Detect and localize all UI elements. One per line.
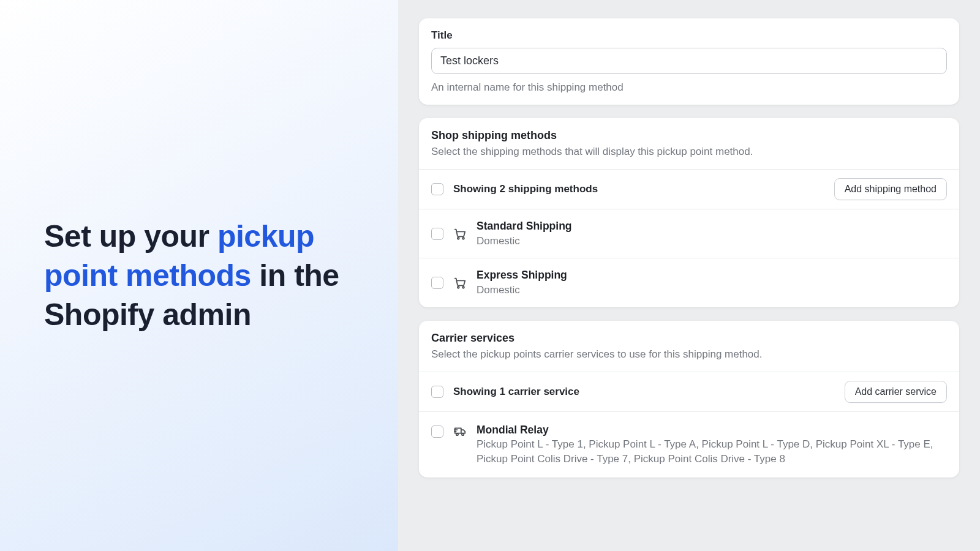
shipping-row-checkbox[interactable] bbox=[431, 277, 443, 289]
admin-panel: Title An internal name for this shipping… bbox=[398, 0, 980, 551]
svg-point-3 bbox=[462, 287, 464, 288]
shipping-summary: Showing 2 shipping methods bbox=[453, 183, 598, 195]
shipping-row: Standard Shipping Domestic bbox=[419, 209, 959, 258]
shipping-methods-card: Shop shipping methods Select the shippin… bbox=[419, 118, 959, 307]
title-input[interactable] bbox=[431, 48, 947, 74]
carrier-row-title: Mondial Relay bbox=[477, 423, 947, 438]
cart-icon bbox=[453, 227, 467, 241]
shipping-row-sub: Domestic bbox=[477, 283, 947, 298]
svg-point-0 bbox=[458, 238, 459, 239]
svg-point-2 bbox=[458, 287, 459, 288]
cart-icon bbox=[453, 276, 467, 290]
shipping-row-title: Express Shipping bbox=[477, 268, 947, 283]
title-card: Title An internal name for this shipping… bbox=[419, 18, 959, 105]
truck-icon bbox=[453, 424, 467, 438]
shipping-row-checkbox[interactable] bbox=[431, 228, 443, 240]
shipping-row-title: Standard Shipping bbox=[477, 219, 947, 234]
svg-point-5 bbox=[462, 433, 464, 435]
carrier-row: Mondial Relay Pickup Point L - Type 1, P… bbox=[419, 411, 959, 478]
headline-prefix: Set up your bbox=[44, 219, 217, 253]
carrier-summary: Showing 1 carrier service bbox=[453, 386, 579, 398]
carrier-select-all-checkbox[interactable] bbox=[431, 386, 443, 398]
marketing-panel: Set up your pickup point methods in the … bbox=[0, 0, 398, 551]
shipping-heading: Shop shipping methods bbox=[431, 129, 947, 142]
svg-point-1 bbox=[462, 238, 464, 239]
shipping-subheading: Select the shipping methods that will di… bbox=[431, 146, 947, 158]
title-help: An internal name for this shipping metho… bbox=[431, 81, 947, 94]
shipping-row: Express Shipping Domestic bbox=[419, 258, 959, 307]
headline: Set up your pickup point methods in the … bbox=[44, 217, 374, 334]
title-label: Title bbox=[431, 29, 947, 42]
carrier-subheading: Select the pickup points carrier service… bbox=[431, 348, 947, 361]
shipping-row-sub: Domestic bbox=[477, 234, 947, 249]
add-carrier-service-button[interactable]: Add carrier service bbox=[845, 381, 947, 403]
add-shipping-method-button[interactable]: Add shipping method bbox=[834, 178, 947, 200]
carrier-row-detail: Pickup Point L - Type 1, Pickup Point L … bbox=[477, 437, 947, 467]
carrier-row-checkbox[interactable] bbox=[431, 425, 443, 438]
carrier-heading: Carrier services bbox=[431, 332, 947, 345]
svg-point-4 bbox=[456, 433, 458, 435]
carrier-services-card: Carrier services Select the pickup point… bbox=[419, 321, 959, 478]
shipping-select-all-checkbox[interactable] bbox=[431, 183, 443, 195]
